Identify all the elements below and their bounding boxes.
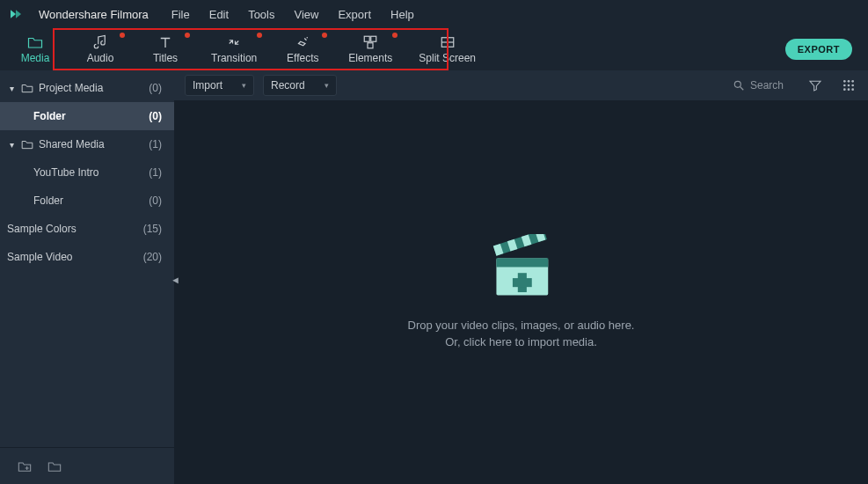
media-tree: ▾Project Media(0)Folder(0)▾Shared Media(… (0, 70, 174, 447)
elements-icon (362, 34, 378, 50)
content-toolbar: Import ▾ Record ▾ Search (174, 70, 868, 100)
new-folder-icon[interactable] (18, 460, 32, 473)
sidebar: ▾Project Media(0)Folder(0)▾Shared Media(… (0, 70, 174, 484)
record-dropdown[interactable]: Record ▾ (263, 75, 337, 96)
tab-titles[interactable]: Titles (146, 34, 185, 64)
menu-help[interactable]: Help (390, 8, 414, 21)
tree-item-label: Folder (33, 110, 66, 122)
menu-view[interactable]: View (294, 8, 318, 21)
tab-media[interactable]: Media (16, 34, 55, 64)
tree-item-label: Sample Colors (7, 223, 77, 235)
export-button[interactable]: EXPORT (785, 39, 852, 60)
tab-audio[interactable]: Audio (81, 34, 120, 64)
tab-effects[interactable]: Effects (283, 34, 322, 64)
tree-item-label: Folder (33, 194, 63, 207)
chevron-down-icon: ▾ (325, 81, 329, 90)
titles-icon (157, 34, 173, 50)
tab-label: Transition (211, 52, 257, 64)
tree-item-label: Sample Video (7, 251, 73, 263)
app-name: Wondershare Filmora (39, 8, 149, 21)
svg-point-10 (851, 80, 854, 83)
import-dropdown[interactable]: Import ▾ (185, 75, 254, 96)
sidebar-footer (0, 447, 174, 484)
tab-label: Audio (87, 52, 114, 64)
tree-item-label: YouTube Intro (33, 166, 99, 179)
tab-label: Media (21, 52, 50, 64)
svg-point-8 (843, 80, 846, 83)
tab-splitscreen[interactable]: Split Screen (419, 34, 476, 64)
menu-edit[interactable]: Edit (209, 8, 229, 21)
audio-icon (92, 34, 108, 50)
notification-dot-icon (322, 33, 327, 38)
svg-rect-3 (368, 43, 373, 48)
svg-point-13 (851, 84, 854, 87)
import-label: Import (193, 79, 222, 92)
tree-item-count: (15) (143, 223, 162, 235)
svg-point-15 (848, 88, 850, 91)
clapperboard-icon (485, 234, 558, 304)
search-placeholder: Search (750, 79, 784, 92)
content-panel: Import ▾ Record ▾ Search (174, 70, 868, 484)
svg-rect-25 (512, 278, 531, 287)
tree-item-label: Project Media (39, 82, 103, 94)
tree-item-label: Shared Media (39, 138, 105, 150)
folder-icon (21, 139, 33, 150)
effects-icon (295, 34, 310, 50)
svg-line-7 (740, 87, 744, 91)
svg-point-11 (843, 84, 846, 87)
tabs-row: MediaAudioTitlesTransitionEffectsElement… (0, 28, 868, 70)
notification-dot-icon (392, 33, 398, 38)
tree-item[interactable]: Sample Colors(15) (0, 215, 174, 243)
menu-export[interactable]: Export (338, 8, 371, 21)
svg-rect-2 (371, 36, 376, 41)
search-input[interactable]: Search (733, 79, 784, 92)
svg-point-0 (307, 37, 309, 39)
svg-point-14 (843, 88, 846, 91)
tab-label: Titles (153, 52, 178, 64)
folder-icon[interactable] (47, 460, 62, 473)
grid-view-icon[interactable] (840, 77, 857, 94)
tree-item-count: (0) (149, 194, 162, 207)
menu-file[interactable]: File (171, 8, 190, 21)
sidebar-collapse-toggle[interactable]: ◄ (171, 275, 179, 287)
tab-elements[interactable]: Elements (348, 34, 392, 64)
filter-icon[interactable] (806, 77, 824, 94)
drop-text: Drop your video clips, images, or audio … (408, 317, 635, 351)
svg-point-12 (848, 84, 850, 87)
chevron-down-icon: ▾ (242, 81, 246, 90)
chevron-down-icon: ▾ (7, 84, 16, 93)
tabs-container: MediaAudioTitlesTransitionEffectsElement… (16, 34, 476, 64)
tree-item-count: (0) (149, 110, 162, 122)
menu-bar: File Edit Tools View Export Help (171, 8, 414, 21)
tab-label: Split Screen (419, 52, 476, 64)
tree-item-count: (0) (149, 82, 162, 94)
search-icon (733, 79, 745, 92)
drop-line2: Or, click here to import media. (408, 334, 635, 351)
tree-item-count: (20) (143, 251, 162, 263)
tree-item[interactable]: ▾Project Media(0) (0, 74, 174, 102)
titlebar: Wondershare Filmora File Edit Tools View… (0, 0, 868, 28)
drop-area[interactable]: Drop your video clips, images, or audio … (174, 100, 868, 484)
tab-label: Elements (348, 52, 392, 64)
svg-point-9 (848, 80, 850, 83)
svg-point-6 (734, 81, 740, 87)
tree-item[interactable]: YouTube Intro(1) (0, 158, 174, 187)
tree-item-count: (1) (149, 166, 162, 179)
menu-tools[interactable]: Tools (248, 8, 274, 21)
splitscreen-icon (440, 34, 456, 50)
tree-item[interactable]: ▾Shared Media(1) (0, 130, 174, 158)
tree-item[interactable]: Folder(0) (0, 187, 174, 215)
tree-item[interactable]: Sample Video(20) (0, 243, 174, 271)
notification-dot-icon (185, 33, 190, 38)
notification-dot-icon (257, 33, 262, 38)
record-label: Record (271, 79, 305, 92)
folder-icon (21, 83, 33, 93)
tab-transition[interactable]: Transition (211, 34, 257, 64)
svg-rect-1 (365, 36, 370, 41)
notification-dot-icon (120, 33, 125, 38)
svg-point-16 (851, 88, 854, 91)
tab-label: Effects (287, 52, 318, 64)
svg-rect-23 (496, 258, 548, 267)
drop-line1: Drop your video clips, images, or audio … (408, 317, 635, 334)
tree-item[interactable]: Folder(0) (0, 102, 174, 130)
